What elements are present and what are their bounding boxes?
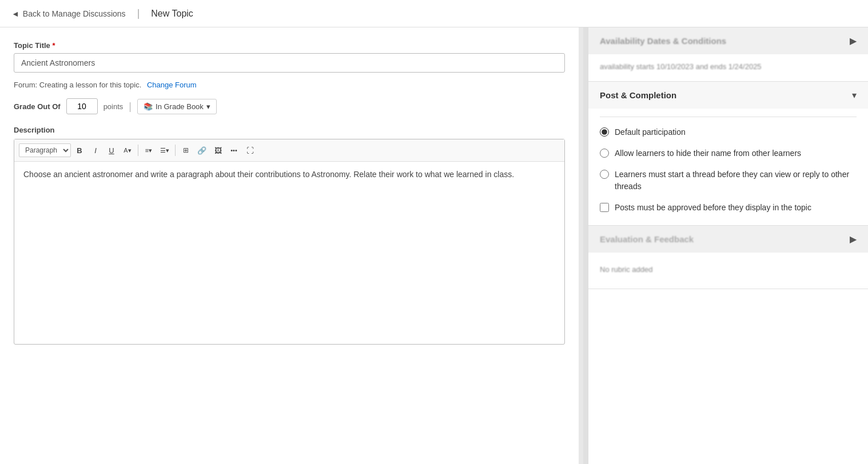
paragraph-select[interactable]: Paragraph bbox=[19, 143, 71, 157]
option-default-participation-label: Default participation bbox=[615, 126, 686, 138]
change-forum-link[interactable]: Change Forum bbox=[147, 81, 197, 89]
points-label: points bbox=[103, 102, 124, 111]
grade-separator: | bbox=[129, 101, 132, 113]
rich-text-editor: Paragraph B I U A▾ ≡▾ ☰▾ ⊞ 🔗 🖼 ••• ⛶ Cho… bbox=[14, 139, 565, 345]
topic-title-label: Topic Title * bbox=[14, 41, 565, 50]
section-divider bbox=[600, 117, 857, 117]
availability-section-header[interactable]: Availability Dates & Conditions ▶ bbox=[588, 27, 868, 54]
list-button[interactable]: ☰▾ bbox=[157, 143, 172, 158]
option-hide-name-label: Allow learners to hide their name from o… bbox=[615, 147, 801, 159]
description-label: Description bbox=[14, 126, 565, 134]
toolbar-divider-1 bbox=[138, 145, 138, 156]
top-navigation: ◄ Back to Manage Discussions | New Topic bbox=[0, 0, 868, 27]
back-link-label: Back to Manage Discussions bbox=[23, 9, 126, 18]
option-start-thread: Learners must start a thread before they… bbox=[600, 169, 857, 193]
table-button[interactable]: ⊞ bbox=[178, 143, 193, 158]
text-color-button[interactable]: A▾ bbox=[120, 143, 135, 158]
panel-splitter[interactable] bbox=[583, 27, 588, 464]
availability-text: availability starts 10/10/2023 and ends … bbox=[600, 62, 857, 71]
right-sidebar: Availability Dates & Conditions ▶ availa… bbox=[588, 27, 868, 464]
option-start-thread-label: Learners must start a thread before they… bbox=[615, 169, 857, 193]
grade-input[interactable] bbox=[66, 98, 98, 114]
evaluation-section-header[interactable]: Evaluation & Feedback ▶ bbox=[588, 226, 868, 253]
option-default-participation: Default participation bbox=[600, 126, 857, 138]
page-title: New Topic bbox=[151, 9, 193, 19]
topic-title-input[interactable] bbox=[14, 53, 565, 73]
post-completion-section: Post & Completion ▾ Default participatio… bbox=[588, 82, 868, 226]
grade-book-chevron-icon: ▾ bbox=[206, 102, 210, 111]
forum-row-label: Forum: Creating a lesson for this topic. bbox=[14, 81, 141, 89]
option-approve-posts: Posts must be approved before they displ… bbox=[600, 202, 857, 214]
grade-out-of-label: Grade Out Of bbox=[14, 102, 61, 111]
underline-button[interactable]: U bbox=[104, 143, 119, 158]
evaluation-chevron-icon: ▶ bbox=[850, 234, 857, 245]
image-button[interactable]: 🖼 bbox=[210, 143, 225, 158]
main-layout: Topic Title * Forum: Creating a lesson f… bbox=[0, 27, 868, 464]
more-options-button[interactable]: ••• bbox=[226, 143, 241, 158]
post-completion-title: Post & Completion bbox=[600, 90, 676, 100]
fullscreen-button[interactable]: ⛶ bbox=[242, 143, 257, 158]
grade-book-label: In Grade Book bbox=[156, 102, 204, 111]
no-rubric-text: No rubric added bbox=[600, 261, 857, 278]
grade-row: Grade Out Of points | 📚 In Grade Book ▾ bbox=[14, 98, 565, 114]
left-panel: Topic Title * Forum: Creating a lesson f… bbox=[0, 27, 583, 464]
forum-row: Forum: Creating a lesson for this topic.… bbox=[14, 81, 565, 89]
radio-default-participation[interactable] bbox=[600, 127, 609, 137]
editor-content[interactable]: Choose an ancient astronomer and write a… bbox=[14, 162, 564, 187]
back-arrow-icon: ◄ bbox=[11, 9, 19, 18]
editor-toolbar: Paragraph B I U A▾ ≡▾ ☰▾ ⊞ 🔗 🖼 ••• ⛶ bbox=[14, 139, 564, 162]
align-button[interactable]: ≡▾ bbox=[141, 143, 156, 158]
toolbar-divider-2 bbox=[175, 145, 176, 156]
availability-section-title: Availability Dates & Conditions bbox=[600, 36, 726, 46]
radio-start-thread[interactable] bbox=[600, 170, 609, 179]
evaluation-section-title: Evaluation & Feedback bbox=[600, 234, 694, 244]
grade-book-icon: 📚 bbox=[144, 102, 153, 111]
option-hide-name: Allow learners to hide their name from o… bbox=[600, 147, 857, 159]
availability-section: Availability Dates & Conditions ▶ availa… bbox=[588, 27, 868, 82]
radio-hide-name[interactable] bbox=[600, 149, 609, 158]
checkbox-approve-posts[interactable] bbox=[600, 203, 609, 212]
post-completion-body: Default participation Allow learners to … bbox=[588, 109, 868, 225]
post-completion-header[interactable]: Post & Completion ▾ bbox=[588, 82, 868, 109]
grade-book-button[interactable]: 📚 In Grade Book ▾ bbox=[137, 99, 217, 114]
evaluation-section-body: No rubric added bbox=[588, 253, 868, 289]
option-approve-posts-label: Posts must be approved before they displ… bbox=[615, 202, 811, 214]
availability-section-body: availability starts 10/10/2023 and ends … bbox=[588, 54, 868, 81]
post-completion-chevron-icon: ▾ bbox=[852, 90, 857, 101]
required-marker: * bbox=[50, 41, 55, 50]
evaluation-section: Evaluation & Feedback ▶ No rubric added bbox=[588, 226, 868, 289]
bold-button[interactable]: B bbox=[72, 143, 87, 158]
link-button[interactable]: 🔗 bbox=[194, 143, 209, 158]
italic-button[interactable]: I bbox=[88, 143, 103, 158]
back-link[interactable]: ◄ Back to Manage Discussions bbox=[11, 9, 126, 18]
availability-chevron-icon: ▶ bbox=[850, 35, 857, 46]
nav-separator: | bbox=[137, 7, 140, 19]
